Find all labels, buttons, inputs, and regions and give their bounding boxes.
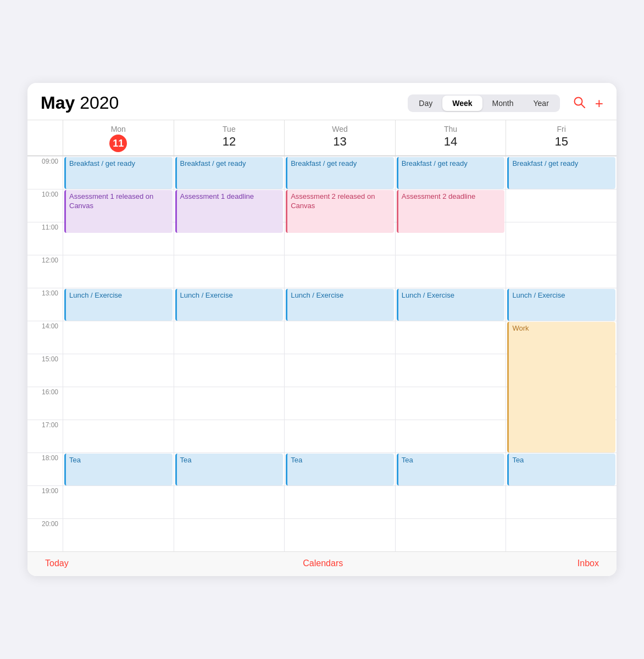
day-num-mon: 11 [109,135,127,152]
tue-tea-event[interactable]: Tea [175,454,284,485]
tue-1400[interactable] [174,321,285,354]
fri-1200[interactable] [506,255,617,288]
thu-2000[interactable] [396,518,506,551]
tue-1900[interactable] [174,485,285,518]
time-1100: 11:00 [27,222,63,255]
fri-breakfast-event[interactable]: Breakfast / get ready [507,157,615,189]
time-2000: 20:00 [27,518,63,551]
thu-1400[interactable] [396,321,506,354]
time-1400: 14:00 [27,321,63,354]
tue-1700[interactable] [174,420,285,453]
calendars-button[interactable]: Calendars [303,559,343,568]
day-header-thu[interactable]: Thu 14 [395,120,506,155]
view-day-button[interactable]: Day [409,96,442,111]
thu-1200[interactable] [396,255,506,288]
thu-1500[interactable] [396,354,506,387]
fri-1900[interactable] [506,485,617,518]
time-1000: 10:00 [27,189,63,222]
day-name-fri: Fri [506,125,617,133]
mon-1200[interactable] [63,255,174,288]
wed-assessment2-released-event[interactable]: Assessment 2 released on Canvas [286,190,394,233]
mon-lunch-event[interactable]: Lunch / Exercise [64,289,173,321]
thu-1600[interactable] [396,387,506,420]
add-button[interactable]: + [595,96,603,110]
wed-1600[interactable] [285,387,395,420]
thu-breakfast-event[interactable]: Breakfast / get ready [397,157,505,189]
day-num-tue: 12 [223,135,236,149]
mon-1600[interactable] [63,387,174,420]
header-icons: + [573,96,603,110]
tue-lunch-event[interactable]: Lunch / Exercise [175,289,284,321]
thu-lunch-event[interactable]: Lunch / Exercise [397,289,505,321]
day-header-tue[interactable]: Tue 12 [174,120,285,155]
mon-1700[interactable] [63,420,174,453]
time-gutter-header [27,120,63,155]
fri-2000[interactable] [506,518,617,551]
fri-lunch-event[interactable]: Lunch / Exercise [507,289,615,321]
search-icon [573,96,585,108]
thu-1700[interactable] [396,420,506,453]
mon-tea-event[interactable]: Tea [64,454,173,485]
tue-1200[interactable] [174,255,285,288]
calendar-app: May 2020 Day Week Month Year + Mon 11 [27,83,617,576]
year-label: 2020 [75,93,119,113]
day-name-mon: Mon [63,125,174,133]
fri-tea-event[interactable]: Tea [507,454,615,485]
wed-1700[interactable] [285,420,395,453]
tue-1500[interactable] [174,354,285,387]
mon-2000[interactable] [63,518,174,551]
thu-1900[interactable] [396,485,506,518]
time-1200: 12:00 [27,255,63,288]
inbox-button[interactable]: Inbox [578,559,599,568]
grid-scroll[interactable]: 09:00 10:00 11:00 12:00 13:00 14:00 15:0… [27,156,617,551]
time-1600: 16:00 [27,387,63,420]
day-name-wed: Wed [285,125,395,133]
mon-assessment1-released-event[interactable]: Assessment 1 released on Canvas [64,190,173,233]
day-header-mon[interactable]: Mon 11 [63,120,174,155]
mon-1400[interactable] [63,321,174,354]
fri-work-event[interactable]: Work [507,322,615,453]
time-1800: 18:00 [27,453,63,485]
thu-assessment2-deadline-event[interactable]: Assessment 2 deadline [397,190,505,233]
tue-1600[interactable] [174,387,285,420]
day-col-mon[interactable]: Breakfast / get ready Assessment 1 relea… [63,156,174,551]
wed-1500[interactable] [285,354,395,387]
day-headers-row: Mon 11 Tue 12 Wed 13 Thu 14 Fri 15 [27,120,617,156]
fri-1000[interactable] [506,189,617,222]
mon-1900[interactable] [63,485,174,518]
day-col-tue[interactable]: Breakfast / get ready Assessment 1 deadl… [174,156,285,551]
day-col-wed[interactable]: Breakfast / get ready Assessment 2 relea… [284,156,395,551]
thu-tea-event[interactable]: Tea [397,454,505,485]
today-button[interactable]: Today [45,559,69,568]
view-year-button[interactable]: Year [524,96,559,111]
view-month-button[interactable]: Month [482,96,524,111]
wed-1400[interactable] [285,321,395,354]
view-switcher: Day Week Month Year [408,94,559,112]
wed-breakfast-event[interactable]: Breakfast / get ready [286,157,394,189]
time-0900: 09:00 [27,156,63,189]
tue-assessment1-deadline-event[interactable]: Assessment 1 deadline [175,190,284,233]
wed-1900[interactable] [285,485,395,518]
day-name-tue: Tue [174,125,285,133]
tue-2000[interactable] [174,518,285,551]
mon-breakfast-event[interactable]: Breakfast / get ready [64,157,173,189]
wed-1200[interactable] [285,255,395,288]
day-header-fri[interactable]: Fri 15 [506,120,617,155]
day-header-wed[interactable]: Wed 13 [284,120,395,155]
wed-tea-event[interactable]: Tea [286,454,394,485]
header: May 2020 Day Week Month Year + [27,83,617,120]
day-num-fri: 15 [554,135,568,149]
tue-breakfast-event[interactable]: Breakfast / get ready [175,157,284,189]
day-col-thu[interactable]: Breakfast / get ready Assessment 2 deadl… [395,156,506,551]
view-week-button[interactable]: Week [442,96,482,111]
calendar-title: May 2020 [41,93,408,113]
wed-lunch-event[interactable]: Lunch / Exercise [286,289,394,321]
mon-1500[interactable] [63,354,174,387]
grid-body: 09:00 10:00 11:00 12:00 13:00 14:00 15:0… [27,156,617,551]
day-col-fri[interactable]: Breakfast / get ready Lunch / Exercise W… [506,156,617,551]
wed-2000[interactable] [285,518,395,551]
day-num-thu: 14 [444,135,457,149]
time-1300: 13:00 [27,288,63,321]
fri-1100[interactable] [506,222,617,255]
search-button[interactable] [573,96,585,110]
